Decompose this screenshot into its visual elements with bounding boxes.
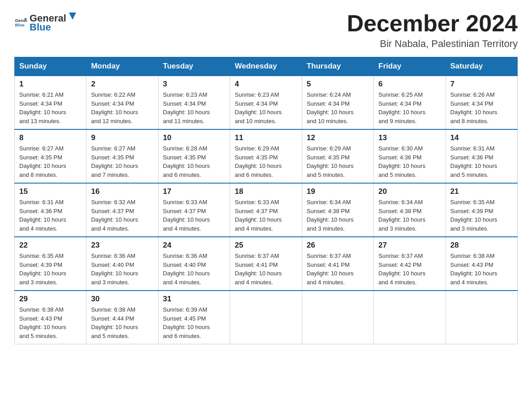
cell-info: Sunrise: 6:25 AMSunset: 4:34 PMDaylight:…: [378, 90, 441, 125]
calendar-cell: 16Sunrise: 6:32 AMSunset: 4:37 PMDayligh…: [86, 183, 158, 237]
calendar-cell: 25Sunrise: 6:37 AMSunset: 4:41 PMDayligh…: [230, 237, 302, 291]
calendar-cell: 4Sunrise: 6:23 AMSunset: 4:34 PMDaylight…: [230, 76, 302, 129]
cell-day-number: 1: [19, 80, 82, 89]
cell-info: Sunrise: 6:31 AMSunset: 4:36 PMDaylight:…: [19, 198, 82, 233]
calendar-cell: 3Sunrise: 6:23 AMSunset: 4:34 PMDaylight…: [158, 76, 230, 129]
calendar-cell: 14Sunrise: 6:31 AMSunset: 4:36 PMDayligh…: [446, 129, 517, 183]
calendar-cell: 11Sunrise: 6:29 AMSunset: 4:35 PMDayligh…: [230, 129, 302, 183]
calendar-cell: 28Sunrise: 6:38 AMSunset: 4:43 PMDayligh…: [446, 237, 517, 291]
cell-info: Sunrise: 6:35 AMSunset: 4:39 PMDaylight:…: [450, 198, 513, 233]
calendar-cell: 2Sunrise: 6:22 AMSunset: 4:34 PMDaylight…: [86, 76, 158, 129]
calendar-cell: 29Sunrise: 6:38 AMSunset: 4:43 PMDayligh…: [15, 291, 86, 344]
calendar-cell: 18Sunrise: 6:33 AMSunset: 4:37 PMDayligh…: [230, 183, 302, 237]
cell-day-number: 12: [307, 133, 369, 142]
cell-day-number: 4: [235, 80, 297, 89]
cell-day-number: 10: [163, 133, 225, 142]
cell-info: Sunrise: 6:28 AMSunset: 4:35 PMDaylight:…: [163, 144, 225, 179]
calendar-cell: 30Sunrise: 6:38 AMSunset: 4:44 PMDayligh…: [86, 291, 158, 344]
cell-info: Sunrise: 6:38 AMSunset: 4:43 PMDaylight:…: [450, 252, 513, 287]
calendar-cell: [230, 291, 302, 344]
calendar-cell: 27Sunrise: 6:37 AMSunset: 4:42 PMDayligh…: [374, 237, 446, 291]
calendar-cell: 26Sunrise: 6:37 AMSunset: 4:41 PMDayligh…: [302, 237, 373, 291]
cell-day-number: 20: [378, 187, 441, 196]
weekday-header-sunday: Sunday: [15, 57, 86, 76]
svg-marker-3: [69, 13, 76, 20]
calendar-cell: 17Sunrise: 6:33 AMSunset: 4:37 PMDayligh…: [158, 183, 230, 237]
weekday-header-monday: Monday: [86, 57, 158, 76]
svg-text:Blue: Blue: [15, 22, 25, 27]
calendar-cell: 10Sunrise: 6:28 AMSunset: 4:35 PMDayligh…: [158, 129, 230, 183]
calendar-cell: 23Sunrise: 6:36 AMSunset: 4:40 PMDayligh…: [86, 237, 158, 291]
cell-day-number: 24: [163, 241, 225, 250]
cell-info: Sunrise: 6:38 AMSunset: 4:44 PMDaylight:…: [91, 305, 153, 340]
cell-info: Sunrise: 6:27 AMSunset: 4:35 PMDaylight:…: [19, 144, 82, 179]
cell-info: Sunrise: 6:37 AMSunset: 4:42 PMDaylight:…: [378, 252, 441, 287]
calendar-cell: [302, 291, 373, 344]
week-row-4: 22Sunrise: 6:35 AMSunset: 4:39 PMDayligh…: [15, 237, 518, 291]
weekday-header-tuesday: Tuesday: [158, 57, 230, 76]
cell-info: Sunrise: 6:39 AMSunset: 4:45 PMDaylight:…: [163, 305, 225, 340]
calendar-cell: 1Sunrise: 6:21 AMSunset: 4:34 PMDaylight…: [15, 76, 86, 129]
week-row-5: 29Sunrise: 6:38 AMSunset: 4:43 PMDayligh…: [15, 291, 518, 344]
cell-day-number: 17: [163, 187, 225, 196]
title-section: December 2024 Bir Nabala, Palestinian Te…: [347, 11, 518, 50]
calendar-cell: 19Sunrise: 6:34 AMSunset: 4:38 PMDayligh…: [302, 183, 373, 237]
cell-info: Sunrise: 6:26 AMSunset: 4:34 PMDaylight:…: [450, 90, 513, 125]
week-row-1: 1Sunrise: 6:21 AMSunset: 4:34 PMDaylight…: [15, 76, 518, 129]
cell-info: Sunrise: 6:29 AMSunset: 4:35 PMDaylight:…: [307, 144, 369, 179]
calendar-cell: 6Sunrise: 6:25 AMSunset: 4:34 PMDaylight…: [374, 76, 446, 129]
cell-day-number: 29: [19, 295, 82, 304]
cell-info: Sunrise: 6:34 AMSunset: 4:38 PMDaylight:…: [307, 198, 369, 233]
week-row-2: 8Sunrise: 6:27 AMSunset: 4:35 PMDaylight…: [15, 129, 518, 183]
cell-day-number: 3: [163, 80, 225, 89]
cell-info: Sunrise: 6:36 AMSunset: 4:40 PMDaylight:…: [91, 252, 153, 287]
calendar-cell: 7Sunrise: 6:26 AMSunset: 4:34 PMDaylight…: [446, 76, 517, 129]
calendar-cell: 12Sunrise: 6:29 AMSunset: 4:35 PMDayligh…: [302, 129, 373, 183]
cell-info: Sunrise: 6:29 AMSunset: 4:35 PMDaylight:…: [235, 144, 297, 179]
cell-info: Sunrise: 6:27 AMSunset: 4:35 PMDaylight:…: [91, 144, 153, 179]
weekday-header-friday: Friday: [374, 57, 446, 76]
cell-day-number: 14: [450, 133, 513, 142]
cell-info: Sunrise: 6:38 AMSunset: 4:43 PMDaylight:…: [19, 305, 82, 340]
cell-day-number: 11: [235, 133, 297, 142]
cell-info: Sunrise: 6:37 AMSunset: 4:41 PMDaylight:…: [235, 252, 297, 287]
cell-day-number: 16: [91, 187, 153, 196]
cell-day-number: 30: [91, 295, 153, 304]
cell-day-number: 9: [91, 133, 153, 142]
location-subtitle: Bir Nabala, Palestinian Territory: [347, 38, 518, 50]
calendar-cell: 20Sunrise: 6:34 AMSunset: 4:38 PMDayligh…: [374, 183, 446, 237]
logo: General Blue General Blue: [14, 11, 79, 33]
cell-day-number: 28: [450, 241, 513, 250]
page-header: General Blue General Blue December 2024 …: [14, 11, 518, 50]
calendar-cell: 22Sunrise: 6:35 AMSunset: 4:39 PMDayligh…: [15, 237, 86, 291]
calendar-cell: 31Sunrise: 6:39 AMSunset: 4:45 PMDayligh…: [158, 291, 230, 344]
cell-day-number: 18: [235, 187, 297, 196]
cell-day-number: 7: [450, 80, 513, 89]
cell-day-number: 21: [450, 187, 513, 196]
cell-day-number: 23: [91, 241, 153, 250]
cell-info: Sunrise: 6:33 AMSunset: 4:37 PMDaylight:…: [163, 198, 225, 233]
logo-icon: General Blue: [14, 16, 27, 28]
cell-info: Sunrise: 6:24 AMSunset: 4:34 PMDaylight:…: [307, 90, 369, 125]
calendar-cell: 15Sunrise: 6:31 AMSunset: 4:36 PMDayligh…: [15, 183, 86, 237]
cell-day-number: 22: [19, 241, 82, 250]
cell-day-number: 2: [91, 80, 153, 89]
cell-day-number: 31: [163, 295, 225, 304]
cell-info: Sunrise: 6:21 AMSunset: 4:34 PMDaylight:…: [19, 90, 82, 125]
cell-day-number: 8: [19, 133, 82, 142]
cell-day-number: 25: [235, 241, 297, 250]
cell-info: Sunrise: 6:23 AMSunset: 4:34 PMDaylight:…: [235, 90, 297, 125]
calendar-cell: 8Sunrise: 6:27 AMSunset: 4:35 PMDaylight…: [15, 129, 86, 183]
cell-info: Sunrise: 6:36 AMSunset: 4:40 PMDaylight:…: [163, 252, 225, 287]
calendar-header: SundayMondayTuesdayWednesdayThursdayFrid…: [15, 57, 518, 76]
calendar-cell: [446, 291, 517, 344]
logo-triangle-icon: [67, 11, 78, 21]
cell-info: Sunrise: 6:23 AMSunset: 4:34 PMDaylight:…: [163, 90, 225, 125]
cell-day-number: 26: [307, 241, 369, 250]
calendar-cell: 21Sunrise: 6:35 AMSunset: 4:39 PMDayligh…: [446, 183, 517, 237]
cell-info: Sunrise: 6:35 AMSunset: 4:39 PMDaylight:…: [19, 252, 82, 287]
weekday-header-row: SundayMondayTuesdayWednesdayThursdayFrid…: [15, 57, 518, 76]
calendar-cell: 13Sunrise: 6:30 AMSunset: 4:36 PMDayligh…: [374, 129, 446, 183]
calendar-cell: [374, 291, 446, 344]
cell-info: Sunrise: 6:37 AMSunset: 4:41 PMDaylight:…: [307, 252, 369, 287]
